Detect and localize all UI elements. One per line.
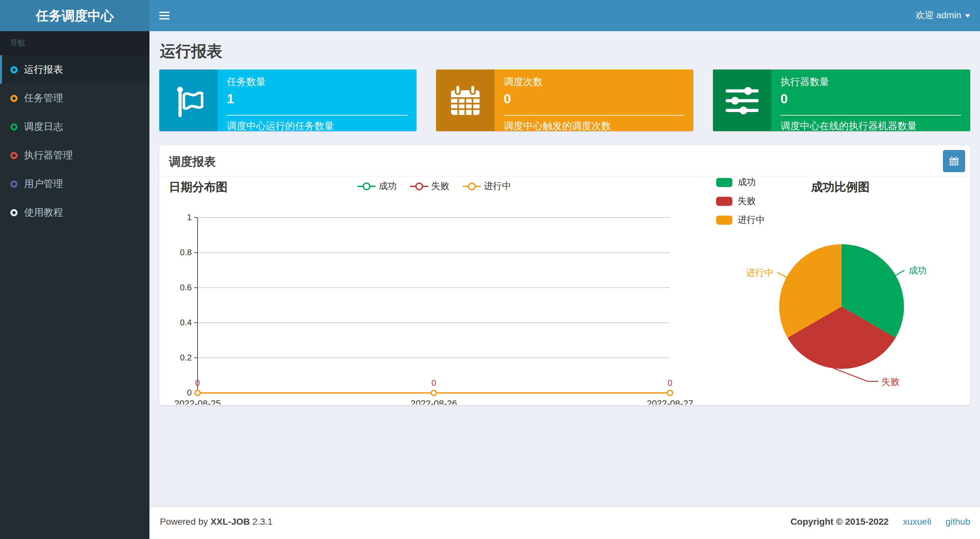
sidebar-item-label: 使用教程	[24, 206, 63, 219]
main-footer: Copyright © 2015-2022 xuxueli github Pow…	[150, 506, 980, 539]
stat-desc: 调度中心在线的执行器机器数量	[781, 120, 961, 131]
stat-desc: 调度中心运行的任务数量	[227, 120, 407, 131]
stat-value: 0	[781, 92, 961, 106]
pie-chart-area: 成功比例图 成功失败进行中 成功失败进行中	[714, 177, 967, 404]
stat-box-executors: 执行器数量 0 调度中心在线的执行器机器数量	[713, 70, 970, 131]
hamburger-icon[interactable]	[150, 0, 179, 31]
stat-title: 执行器数量	[781, 76, 961, 88]
svg-text:0.2: 0.2	[180, 353, 192, 362]
stat-title: 任务数量	[227, 76, 407, 88]
circle-icon	[10, 66, 18, 73]
sidebar: 导航 运行报表任务管理调度日志执行器管理用户管理使用教程	[0, 31, 150, 539]
line-chart-area: 日期分布图 成功失败进行中 00.20.40.60.812022-08-2520…	[164, 177, 714, 404]
svg-text:0.8: 0.8	[180, 247, 192, 257]
line-chart-canvas[interactable]: 00.20.40.60.812022-08-252022-08-262022-0…	[164, 177, 694, 404]
sidebar-item-3[interactable]: 执行器管理	[0, 141, 150, 170]
svg-text:0: 0	[431, 378, 436, 388]
sliders-icon	[713, 70, 772, 131]
welcome-text: 欢迎 admin	[916, 10, 961, 21]
sidebar-item-1[interactable]: 任务管理	[0, 84, 150, 113]
stat-divider	[781, 115, 961, 116]
user-menu[interactable]: 欢迎 admin	[906, 0, 980, 31]
flag-icon	[159, 70, 218, 131]
sidebar-item-4[interactable]: 用户管理	[0, 170, 150, 198]
svg-text:成功: 成功	[908, 265, 927, 275]
sidebar-item-label: 用户管理	[24, 178, 63, 190]
circle-icon	[10, 123, 18, 130]
footer-right: Copyright © 2015-2022 xuxueli github	[791, 516, 970, 527]
svg-text:失败: 失败	[881, 377, 900, 387]
pie-chart-canvas[interactable]: 成功失败进行中	[714, 177, 970, 404]
svg-text:0: 0	[195, 378, 200, 388]
circle-icon	[10, 209, 18, 216]
powered-by: Powered by XXL-JOB 2.3.1	[160, 516, 273, 527]
sidebar-section-label: 导航	[0, 31, 150, 55]
stat-box-triggers: 调度次数 0 调度中心触发的调度次数	[436, 70, 694, 131]
sidebar-menu: 运行报表任务管理调度日志执行器管理用户管理使用教程	[0, 55, 150, 227]
stat-row: 任务数量 1 调度中心运行的任务数量	[159, 70, 970, 131]
stat-divider	[227, 115, 407, 116]
sidebar-item-5[interactable]: 使用教程	[0, 198, 150, 227]
stat-box-jobs: 任务数量 1 调度中心运行的任务数量	[159, 70, 417, 131]
content-wrapper: 运行报表 任务数量 1 调度中心运行的	[150, 31, 980, 506]
circle-icon	[10, 180, 18, 187]
sidebar-item-label: 执行器管理	[24, 149, 73, 162]
main-header: 任务调度中心 欢迎 admin	[0, 0, 980, 31]
svg-text:0.6: 0.6	[180, 282, 192, 292]
svg-text:2022-08-25: 2022-08-25	[174, 398, 221, 404]
app-root: 任务调度中心 欢迎 admin 导航 运行报表任务管理调度日志执行器管理用户管理…	[0, 0, 980, 539]
footer-version: 2.3.1	[253, 516, 273, 527]
calendar-icon	[436, 70, 495, 131]
date-range-button[interactable]	[943, 150, 965, 172]
sidebar-item-label: 调度日志	[24, 120, 63, 133]
page-title: 运行报表	[160, 41, 970, 62]
svg-text:2022-08-27: 2022-08-27	[647, 398, 693, 404]
circle-icon	[10, 95, 18, 101]
stat-divider	[504, 115, 684, 116]
sidebar-item-0[interactable]: 运行报表	[0, 55, 150, 84]
footer-brand: XXL-JOB	[210, 516, 250, 527]
link-github[interactable]: github	[945, 516, 970, 527]
calendar-icon	[949, 156, 959, 166]
sidebar-item-2[interactable]: 调度日志	[0, 113, 150, 141]
svg-text:1: 1	[187, 212, 192, 222]
link-xuxueli[interactable]: xuxueli	[903, 516, 931, 527]
top-navbar: 欢迎 admin	[150, 0, 980, 31]
chevron-down-icon	[965, 14, 970, 17]
svg-text:0: 0	[668, 378, 672, 388]
svg-text:2022-08-26: 2022-08-26	[410, 398, 457, 404]
panel-title: 调度报表	[169, 154, 216, 170]
sidebar-item-label: 运行报表	[24, 63, 63, 76]
sidebar-item-label: 任务管理	[24, 92, 63, 104]
svg-text:进行中: 进行中	[746, 268, 773, 277]
circle-icon	[10, 152, 18, 159]
stat-desc: 调度中心触发的调度次数	[504, 120, 684, 131]
report-panel: 调度报表	[159, 146, 970, 405]
stat-value: 1	[227, 92, 407, 106]
stat-value: 0	[504, 92, 684, 106]
copyright-text: Copyright © 2015-2022	[791, 516, 889, 527]
stat-title: 调度次数	[504, 76, 684, 88]
svg-text:0.4: 0.4	[180, 317, 192, 327]
brand-logo[interactable]: 任务调度中心	[0, 0, 150, 31]
svg-text:0: 0	[187, 388, 192, 398]
